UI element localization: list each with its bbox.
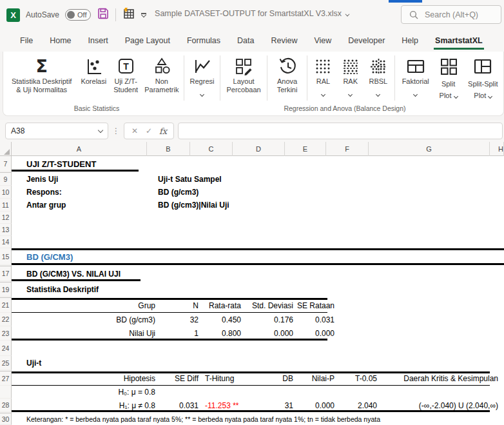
cell-antar-grup-label[interactable]: Antar grup — [23, 199, 159, 212]
button-faktorial[interactable]: Faktorial — [397, 54, 434, 103]
sheet-row-19: 19 Statistika Deskriptif — [0, 282, 504, 297]
header-db[interactable]: DB — [244, 371, 296, 386]
header-grup[interactable]: Grup — [23, 298, 159, 313]
enter-button[interactable]: ✓ — [142, 126, 155, 135]
cell-jenis-uji-value[interactable]: Uji-t Satu Sampel — [155, 173, 425, 186]
header-se-rataan[interactable]: SE Rataan — [296, 298, 338, 313]
row-header-17[interactable]: 17 — [0, 266, 12, 281]
column-header-f[interactable]: F — [326, 142, 369, 156]
row-header-10[interactable]: 10 — [0, 186, 12, 199]
button-split-split-plot[interactable]: Split-Split Plot — [463, 54, 503, 103]
cell-respons-value[interactable]: BD (g/cm3) — [155, 186, 425, 199]
column-header-e[interactable]: E — [285, 142, 326, 156]
button-uji-zt-student[interactable]: T Uji Z/T- Student — [110, 54, 142, 103]
header-std-deviasi[interactable]: Std. Deviasi — [244, 298, 296, 313]
column-header-d[interactable]: D — [233, 142, 285, 156]
header-t-hitung[interactable]: T-Hitung — [202, 371, 244, 386]
insert-function-button[interactable]: fx — [157, 126, 170, 136]
row-header-21[interactable]: 21 — [0, 298, 12, 313]
select-all-triangle-icon — [4, 149, 10, 155]
row-header-23[interactable]: 23 — [0, 326, 12, 341]
cell-statistika-deskriptif-title[interactable]: Statistika Deskriptif — [23, 282, 217, 297]
header-daerah-kritis[interactable]: Daerah Kritis & Kesimpulan — [380, 371, 501, 386]
formula-input[interactable] — [178, 123, 503, 139]
select-all-button[interactable] — [0, 142, 12, 156]
row-header-25[interactable]: 25 — [0, 356, 12, 370]
header-n[interactable]: N — [159, 298, 202, 313]
row-header-14[interactable]: 14 — [0, 236, 12, 248]
column-header-g[interactable]: G — [369, 142, 490, 156]
button-anova-terkini[interactable]: Anova Terkini — [269, 54, 305, 103]
header-nilai-p[interactable]: Nilai-P — [296, 371, 338, 386]
row-header-11[interactable]: 11 — [0, 199, 12, 212]
button-ral[interactable]: RAL — [309, 54, 336, 103]
button-split-plot[interactable]: Split Plot — [434, 54, 463, 103]
tab-data[interactable]: Data — [229, 32, 262, 50]
column-header-b[interactable]: B — [147, 142, 190, 156]
tab-home[interactable]: Home — [41, 32, 79, 50]
tab-view[interactable]: View — [305, 32, 340, 50]
row-header-12[interactable]: 12 — [0, 212, 12, 224]
cell-uji-t-title[interactable]: Uji-t — [23, 356, 159, 370]
button-layout-percobaan[interactable]: Layout Percobaan — [222, 54, 264, 103]
cell-h0-hypothesis[interactable]: H₀: μ = 0.8 — [23, 386, 159, 399]
chevron-down-icon — [98, 127, 103, 132]
tab-developer[interactable]: Developer — [340, 32, 393, 50]
tab-review[interactable]: Review — [262, 32, 305, 50]
desc-table-top-border — [12, 298, 327, 300]
ribbon-divider — [394, 55, 395, 101]
row-header-22[interactable]: 22 — [0, 313, 12, 326]
tab-page-layout[interactable]: Page Layout — [117, 32, 179, 50]
sheet-row-12: 12 — [0, 212, 504, 224]
cell-keterangan[interactable]: Keterangan: * = berbeda nyata pada taraf… — [23, 413, 504, 425]
header-se-diff[interactable]: SE Diff — [159, 371, 202, 386]
row-header-9[interactable]: 9 — [0, 173, 12, 186]
button-rbsl[interactable]: RBSL — [364, 54, 393, 103]
tab-file[interactable]: File — [12, 32, 41, 50]
sheet-row-11: 11 Antar grup BD (g/cm3)|Nilai Uji — [0, 199, 504, 212]
sheet-row-27: 27 Hipotesis SE Diff T-Hitung DB Nilai-P… — [0, 371, 504, 386]
row-header-30[interactable]: 30 — [0, 413, 12, 425]
row-header-24[interactable]: 24 — [0, 341, 12, 356]
column-header-c[interactable]: C — [190, 142, 233, 156]
cell-bd-std[interactable]: 0.176 — [244, 313, 296, 326]
dot-rows-icon — [341, 57, 360, 76]
button-korelasi[interactable]: Korelasi — [77, 54, 110, 103]
layout-pencil-icon — [234, 57, 253, 76]
sigma-icon: Σ — [35, 57, 47, 76]
tab-help[interactable]: Help — [393, 32, 427, 50]
cell-jenis-uji-label[interactable]: Jenis Uji — [23, 173, 159, 186]
row-header-13[interactable]: 13 — [0, 224, 12, 236]
cell-respons-label[interactable]: Respons: — [23, 186, 159, 199]
button-regresi[interactable]: Regresi — [186, 54, 218, 103]
button-statistika-deskriptif[interactable]: Σ Statistika Deskriptif & Uji Normalitas — [6, 54, 77, 103]
section-top-border — [12, 248, 504, 250]
column-header-h[interactable]: H — [498, 142, 504, 156]
column-header-a[interactable]: A — [12, 142, 147, 156]
header-t-005[interactable]: T-0.05 — [338, 371, 380, 386]
cell-bd-se[interactable]: 0.031 — [296, 313, 338, 326]
excel-window: X AutoSave Off — [0, 0, 504, 425]
tab-formulas[interactable]: Formulas — [179, 32, 229, 50]
tab-insert[interactable]: Insert — [80, 32, 117, 50]
cancel-button[interactable]: ✕ — [128, 126, 141, 135]
button-non-parametrik[interactable]: Non Parametrik — [142, 54, 181, 103]
title-dropdown-icon — [345, 12, 350, 17]
row-header-15[interactable]: 15 — [0, 248, 12, 265]
group-label-regression-anova: Regression and Anova (Balance Design) — [193, 104, 496, 112]
row-header-7[interactable]: 7 — [0, 156, 12, 172]
name-box[interactable]: A38 — [5, 123, 108, 139]
tab-smartstatxl[interactable]: SmartstatXL — [427, 32, 491, 50]
cell-bd-grup[interactable]: BD (g/cm3) — [23, 313, 159, 326]
button-rak[interactable]: RAK — [337, 54, 364, 103]
header-rata-rata[interactable]: Rata-rata — [202, 298, 244, 313]
row-header-27[interactable]: 27 — [0, 371, 12, 386]
header-hipotesis[interactable]: Hipotesis — [23, 371, 159, 386]
row-header-28[interactable]: 28 — [0, 399, 12, 412]
row-header-19[interactable]: 19 — [0, 282, 12, 297]
cell-bd-n[interactable]: 32 — [159, 313, 202, 326]
cell-bd-mean[interactable]: 0.450 — [202, 313, 244, 326]
chevron-down-icon — [376, 92, 380, 97]
cell-antar-grup-value[interactable]: BD (g/cm3)|Nilai Uji — [155, 199, 425, 212]
search-input[interactable]: Search (Alt+Q) — [401, 5, 501, 24]
